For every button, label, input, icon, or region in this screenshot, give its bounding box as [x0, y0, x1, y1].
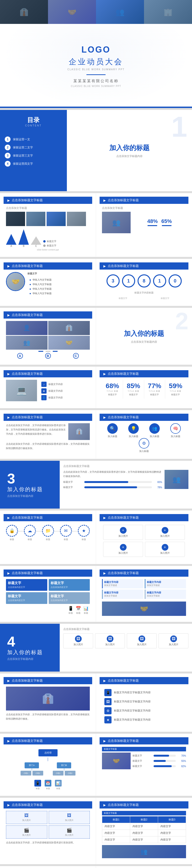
header-left-k: ▶ 点击添加标题文字标题 — [4, 737, 92, 744]
icon-settings2: ⚙ 加入标题 — [134, 438, 154, 453]
add-btn-photo-1[interactable]: 🖼 加入照片 — [63, 633, 93, 648]
chart-note: slide-better-content.ppt — [6, 249, 90, 251]
dotted-circle-cloud: ☁ — [24, 525, 36, 537]
prog-k2: 标题文字 55% — [132, 759, 186, 763]
add-grid-l: 🖼 加入照片 🖼 加入照片 🎬 加入照片 🎬 加入照片 — [6, 811, 90, 839]
dotted-circle-folder: 📁 — [42, 525, 54, 537]
slide-section-h: ▶ 点击添加标题文字标题 标题文字 点击添加内容文字 标题文字 点击添加内容文字… — [0, 566, 192, 622]
add-photo-row-i: 🖼 加入照片 🖼 加入照片 🖼 加入照片 🖼 加入照片 — [63, 633, 188, 648]
bullet-3: ● 华味入均文字标题 — [29, 287, 88, 290]
header-right-l: ▶ 点击添加标题文字标题 — [100, 801, 188, 808]
slide-toc: 目录 CONTENT 1 保留运营一文 2 保留运营二文字 3 保留运营三文字 … — [0, 110, 192, 191]
bullet-2: ● 华味入均文字标题 — [29, 283, 88, 286]
feature-4: ★ 标题文字内容文字标题文字内容 — [104, 716, 184, 723]
add-btn-1[interactable]: + 加入照片 — [103, 525, 143, 540]
four-img-grid: 👤 👔 👥 🤝 — [6, 321, 90, 350]
table-header-l: 标题文字标题 — [102, 811, 186, 815]
icon-bulb: 💡 加入标题 — [124, 423, 143, 438]
header-left-e: ▶ 点击添加标题文字标题 — [4, 414, 92, 421]
header-left-a: ▶ 点击添加标题文字标题 — [4, 197, 92, 204]
icon-item-star: ★ 标题文字内容 — [41, 389, 88, 394]
four-col-stat: 68% TITLE 标题 标题文字 85% TITLE 标题 标题文字 77% … — [102, 380, 186, 399]
business-photo-j: 👔 — [6, 687, 90, 711]
section-i-right: 点击添加标题文字标题 🖼 加入照片 🖼 加入照片 🖼 加入照片 🖼 加入照片 — [60, 624, 192, 672]
header-left-j: ▶ 点击添加标题文字标题 — [4, 677, 92, 684]
progress-stats-h: 标题文字内容 添加文字描述 标题文字内容 添加文字描述 标题文字内容 添加文字描… — [102, 579, 186, 616]
dotted-circle-star: ★ — [78, 525, 90, 537]
ring-sub-2: 标题文字 — [161, 297, 169, 300]
body-text-f: 点击此处添加文字内容，文字内容请根据实际需求进行添加，文字内容请根据实际情况酌情… — [63, 470, 162, 478]
add-img-l2[interactable]: 🖼 加入照片 — [49, 811, 90, 824]
thumb-2 — [26, 212, 45, 226]
slide-section-m: ▶ 点击添加标题文字标题 34% 标题文字 — [0, 866, 192, 868]
content-label: CONTENT — [5, 124, 62, 127]
thumb-3 — [46, 212, 66, 226]
color-box-1: 标题文字 点击添加内容文字 — [6, 579, 47, 591]
ring-0: 0 — [169, 274, 182, 287]
photo-k: 🤝 — [102, 752, 131, 769]
slide-section-b: ▶ 点击添加标题文字标题 🤝 标题文字 ● 华味入均文字标题 — [0, 259, 192, 306]
add-btn-3[interactable]: + 加入照片 — [103, 542, 143, 557]
add-btn-2[interactable]: + 加入照片 — [145, 525, 185, 540]
add-btn-photo-4[interactable]: 🖼 加入照片 — [159, 633, 188, 648]
ring-1: 1 — [122, 274, 135, 287]
icon-brain: 🧠 加入标题 — [166, 423, 185, 438]
dotted-circle-mail: ✉ — [60, 525, 72, 537]
team-photo: 👥 — [102, 212, 131, 233]
photo-h: 🤝 — [102, 601, 186, 616]
section-f-right: 点击添加标题文字标题 点击此处添加文字内容，文字内容请根据实际需求进行添加，文字… — [60, 461, 192, 508]
add-img-l3[interactable]: 🎬 加入照片 — [6, 826, 47, 839]
add-btn-photo-3[interactable]: 🖼 加入照片 — [127, 633, 157, 648]
header-right-a: ▶ 点击添加标题文字标题 — [100, 197, 188, 204]
thumb-4 — [67, 212, 86, 226]
header-left-g: ▶ 点击添加标题文字标题 — [4, 514, 92, 521]
header-right-d: ▶ 点击添加标题文字标题 — [100, 370, 188, 377]
icon-search: 🔍 加入标题 — [103, 423, 122, 438]
small-icon-row-k: 📱 标题 📅 标题 📊 标题 — [6, 780, 90, 790]
slide-title: 👔 🤝 👥 🏢 LOGO 企业动员大会 CLASSIC BLUE WORK SU… — [0, 0, 192, 108]
ring-3: 3 — [106, 274, 120, 287]
header-right-e: ▶ 点击添加标题文字标题 — [100, 414, 188, 421]
prog-k1: 标题文字 70% — [132, 754, 186, 757]
click-add-b: 点击添加文字标题 — [102, 206, 186, 210]
ring-sub-1: 标题文字 — [119, 297, 127, 300]
colored-boxes-h: 标题文字 点击添加内容文字 标题文字 点击添加内容文字 标题文字 点击添加内容文… — [6, 579, 90, 604]
add-img-l1[interactable]: 🖼 加入照片 — [6, 811, 47, 824]
add-img-l4[interactable]: 🎬 加入照片 — [49, 826, 90, 839]
progress-2: 标题文字 78% — [63, 486, 162, 489]
top-photo-4: 🏢 — [144, 0, 192, 24]
side-photo-e: 👔 — [68, 423, 90, 440]
add-btn-photo-2[interactable]: 🖼 加入照片 — [95, 633, 125, 648]
title-section-2: 加入你的标题 — [124, 329, 164, 338]
ring-8: 8 — [137, 274, 151, 287]
header-right-j: ▶ 点击添加标题文字标题 — [100, 677, 188, 684]
header-left-c: ▶ 点击添加标题文字标题 — [4, 311, 92, 318]
add-btn-4[interactable]: + 加入照片 — [145, 542, 185, 557]
pct-1: 48% — [147, 218, 158, 224]
color-box-4: 标题文字 点击添加内容文字 — [49, 592, 90, 604]
subtitle: CLASSIC BLUE WORK SUMMARY PPT — [67, 68, 124, 71]
color-box-2: 标题文字 点击添加内容文字 — [49, 579, 90, 591]
bullet-4: ● 华味入均文字标题 — [29, 292, 88, 295]
blue-section-4: 4 加入你的标题 点击添加文字标题内容 — [0, 624, 60, 672]
feature-2: 🖼 标题文字内容文字标题文字内容 — [104, 698, 184, 705]
ring-nums-row: 3 1 8 1 0 — [102, 272, 186, 290]
icon-item-person: 👤 标题文字内容 — [41, 395, 88, 400]
toc-item-1: 1 保留运营一文 — [5, 136, 62, 142]
toc-item-4: 4 保留运营四文字 — [5, 161, 62, 166]
pct-2: 65% — [161, 218, 172, 224]
icon-item-music: ♪ 标题文字内容 — [41, 382, 88, 387]
color-box-3: 标题文字 点击添加内容文字 — [6, 592, 47, 604]
dotted-circle-lock: 🔒 — [6, 525, 18, 537]
slide-section-c: ▶ 点击添加标题文字标题 👤 👔 👥 🤝 — [0, 308, 192, 365]
bullet-label: 标题文字 — [28, 272, 90, 275]
click-add-a: 点击添加文字标题 — [6, 206, 90, 210]
blue-section-4-sub: 点击添加文字标题内容 — [7, 657, 33, 661]
slide2-title: 加入你的标题 — [109, 144, 150, 153]
team-photo-f: 👥 — [164, 470, 188, 489]
feature-3: ⚙ 标题文字内容文字标题文字内容 — [104, 707, 184, 714]
info-icon-row-e: 🔍 加入标题 💡 加入标题 👥 加入标题 🧠 加入标题 ⚙ 加入标题 — [100, 421, 188, 455]
header-right-h: ▶ 点击添加标题文字标题 — [100, 569, 188, 577]
feature-row-j: 📱 标题文字内容文字标题文字内容 🖼 标题文字内容文字标题文字内容 ⚙ 标题文字… — [102, 687, 186, 726]
subtitle-section-2: 点击添加文字标题内容 — [131, 340, 157, 344]
